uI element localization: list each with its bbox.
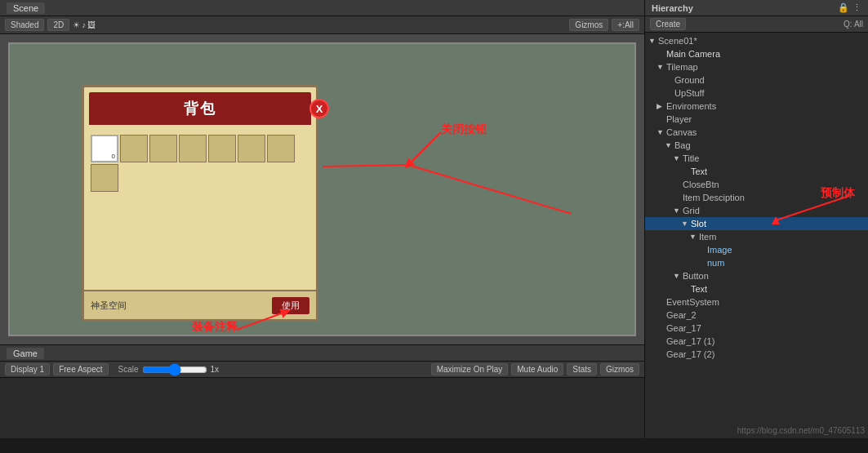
tree-label-canvas: Canvas	[666, 127, 697, 137]
slot-item[interactable]	[179, 135, 207, 162]
tree-item-title[interactable]: ▼Title	[645, 152, 868, 165]
tree-label-gear17: Gear_17	[666, 323, 701, 333]
tree-label-num: num	[707, 258, 724, 268]
tree-item-player[interactable]: Player	[645, 113, 868, 126]
tree-item-bag[interactable]: ▼Bag	[645, 139, 868, 152]
gizmos-game-btn[interactable]: Gizmos	[600, 363, 639, 375]
tree-label-text2: Text	[691, 284, 707, 294]
bag-title: 背包	[184, 99, 216, 118]
close-button[interactable]: X	[309, 99, 329, 118]
tree-item-text[interactable]: Text	[645, 165, 868, 178]
scale-value: 1x	[211, 365, 220, 374]
url-text: https://blog.csdn.net/m0_47605113	[737, 426, 865, 435]
hierarchy-panel: Hierarchy 🔒 ⋮ Create Q: All ▼Scene01*Mai…	[645, 0, 868, 438]
tree-label-text: Text	[691, 167, 707, 176]
tree-item-env[interactable]: ▶Enviroments	[645, 100, 868, 113]
tree-item-gear172[interactable]: Gear_17 (2)	[645, 348, 868, 361]
slot-item[interactable]	[91, 164, 118, 192]
close-btn-annotation: 关闭按钮	[441, 122, 487, 137]
scene-tab[interactable]: Scene	[7, 2, 45, 14]
tree-item-canvas[interactable]: ▼Canvas	[645, 126, 868, 139]
slot-active[interactable]: 0	[91, 135, 118, 162]
scene-viewport: 背包 X 0	[0, 34, 644, 344]
tree-label-ground: Ground	[674, 75, 705, 85]
tree-label-env: Enviroments	[666, 101, 716, 111]
tree-label-camera: Main Camera	[666, 49, 720, 59]
hierarchy-header: Hierarchy 🔒 ⋮	[645, 0, 868, 16]
tree-label-gear171: Gear_17 (1)	[666, 336, 714, 346]
hierarchy-toolbar: Create Q: All	[645, 16, 868, 33]
tree-item-image[interactable]: Image	[645, 243, 868, 256]
game-panel-bottom: 神圣空间 使用	[84, 290, 316, 319]
slot-item[interactable]	[120, 135, 148, 162]
scene-header: Scene	[0, 0, 644, 16]
tree-label-closebtn: CloseBtn	[683, 180, 719, 189]
image-icon: 🖼	[87, 20, 96, 29]
tree-item-tilemap[interactable]: ▼Tilemap	[645, 60, 868, 73]
slot-item[interactable]	[267, 135, 295, 162]
audio-icon: ♪	[82, 20, 86, 29]
tree-item-ground[interactable]: Ground	[645, 73, 868, 87]
scale-slider[interactable]	[142, 366, 207, 373]
tree-item-camera[interactable]: Main Camera	[645, 47, 868, 60]
hierarchy-title: Hierarchy	[652, 3, 693, 13]
search-filter: Q: All	[844, 20, 863, 29]
lock-icon[interactable]: 🔒	[838, 2, 849, 13]
tree-label-player: Player	[666, 114, 692, 124]
tree-label-tilemap: Tilemap	[666, 62, 698, 72]
tree-label-upstuff: UpStuff	[674, 88, 705, 98]
tree-label-item: Item	[699, 232, 716, 242]
maximize-btn[interactable]: Maximize On Play	[431, 363, 509, 375]
scene-toolbar: Shaded 2D ☀ ♪ 🖼 Gizmos +:All	[0, 16, 644, 34]
display-dropdown[interactable]: Display 1	[5, 363, 50, 375]
tree-label-itemdesc: Item Desciption	[683, 193, 745, 202]
tree-label-scene: Scene01*	[658, 36, 697, 46]
slot-item[interactable]	[149, 135, 177, 162]
stats-btn[interactable]: Stats	[567, 363, 597, 375]
mute-btn[interactable]: Mute Audio	[511, 363, 563, 375]
use-button[interactable]: 使用	[272, 297, 309, 314]
game-tab[interactable]: Game	[7, 348, 44, 359]
game-toolbar: Display 1 Free Aspect Scale 1x Maximize …	[0, 362, 644, 378]
tree-label-image: Image	[707, 245, 732, 255]
tree-item-scene[interactable]: ▼Scene01*	[645, 34, 868, 47]
aspect-dropdown[interactable]: Free Aspect	[53, 363, 108, 375]
tree-item-gear17[interactable]: Gear_17	[645, 322, 868, 335]
tree-label-slot: Slot	[691, 219, 706, 229]
all-dropdown[interactable]: +:All	[612, 19, 639, 31]
tree-label-grid: Grid	[683, 206, 700, 215]
equip-annotation: 装备注释	[192, 320, 238, 335]
tree-item-gear2[interactable]: Gear_2	[645, 309, 868, 322]
tree-label-title: Title	[683, 153, 699, 163]
tree-item-button[interactable]: ▼Button	[645, 269, 868, 282]
tree-label-gear172: Gear_17 (2)	[666, 349, 714, 359]
tree-item-item[interactable]: ▼Item	[645, 230, 868, 243]
tree-item-slot[interactable]: ▼Slot	[645, 217, 868, 230]
tree-item-grid[interactable]: ▼Grid	[645, 204, 868, 217]
equip-label: 神圣空间	[91, 300, 127, 312]
bag-title-bar: 背包 X	[89, 92, 311, 125]
2d-toggle[interactable]: 2D	[47, 19, 69, 31]
shaded-dropdown[interactable]: Shaded	[5, 19, 44, 31]
hierarchy-tree: ▼Scene01*Main Camera▼TilemapGroundUpStuf…	[645, 33, 868, 438]
scale-label: Scale	[118, 365, 139, 374]
slot-item[interactable]	[238, 135, 265, 162]
tree-item-closebtn[interactable]: CloseBtn	[645, 178, 868, 191]
light-icon: ☀	[73, 20, 80, 29]
create-dropdown[interactable]: Create	[650, 18, 686, 30]
tree-item-itemdesc[interactable]: Item Desciption	[645, 191, 868, 204]
tree-item-eventsystem[interactable]: EventSystem	[645, 295, 868, 309]
slot-item[interactable]	[208, 135, 236, 162]
tree-label-gear2: Gear_2	[666, 310, 697, 320]
gizmos-dropdown[interactable]: Gizmos	[569, 19, 608, 31]
tree-item-num[interactable]: num	[645, 256, 868, 269]
tree-item-upstuff[interactable]: UpStuff	[645, 87, 868, 100]
game-bottom-panel: Game Display 1 Free Aspect Scale 1x Maxi…	[0, 344, 644, 438]
bag-panel: 背包 X 0	[82, 85, 318, 322]
options-icon[interactable]: ⋮	[852, 2, 861, 13]
tree-label-eventsystem: EventSystem	[666, 297, 719, 307]
tree-label-button: Button	[683, 271, 709, 281]
tree-item-gear171[interactable]: Gear_17 (1)	[645, 335, 868, 348]
tree-item-text2[interactable]: Text	[645, 282, 868, 295]
tree-label-bag: Bag	[674, 140, 691, 150]
